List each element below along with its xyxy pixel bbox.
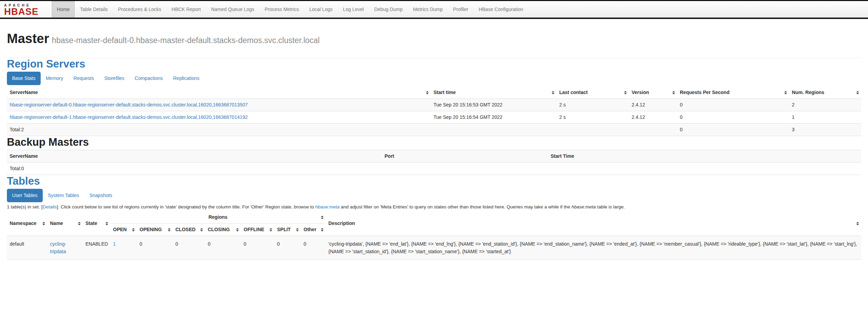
tab-user-tables[interactable]: User Tables bbox=[7, 189, 43, 202]
col-closed-label: CLOSED bbox=[175, 226, 200, 233]
col-name[interactable]: Name bbox=[47, 211, 83, 236]
tab-compactions[interactable]: Compactions bbox=[130, 72, 168, 85]
nav-link-procedures-locks[interactable]: Procedures & Locks bbox=[113, 1, 166, 18]
col-opening[interactable]: OPENING bbox=[137, 224, 173, 236]
col-namespace-label: Namespace bbox=[10, 220, 41, 227]
col-group-regions[interactable]: Regions bbox=[110, 211, 326, 224]
navbar: APACHE HBASE Home Table Details Procedur… bbox=[0, 0, 868, 19]
col-requests-per-second[interactable]: Requests Per Second bbox=[677, 86, 789, 99]
nav-item-local-logs[interactable]: Local Logs bbox=[304, 1, 338, 18]
nav-link-local-logs[interactable]: Local Logs bbox=[304, 1, 338, 18]
sort-icon[interactable] bbox=[426, 91, 429, 94]
backup-masters-header-row: ServerName Port Start Time bbox=[7, 150, 861, 163]
total-row: Total:2 0 3 bbox=[7, 124, 861, 136]
sort-icon[interactable] bbox=[784, 91, 787, 94]
cell-total-label: Total:2 bbox=[7, 124, 431, 136]
col-split[interactable]: SPLIT bbox=[274, 224, 301, 236]
regionserver-link[interactable]: hbase-regionserver-default-1.hbase-regio… bbox=[10, 114, 248, 120]
cell-split: 0 bbox=[274, 236, 301, 260]
user-tables-header-row-1: Namespace Name State Regions Description bbox=[7, 211, 861, 224]
nav-link-profiler[interactable]: Profiler bbox=[448, 1, 473, 18]
sort-icon[interactable] bbox=[269, 228, 272, 232]
tab-replications[interactable]: Replications bbox=[168, 72, 204, 85]
nav-link-hbck-report[interactable]: HBCK Report bbox=[166, 1, 206, 18]
hbase-logo[interactable]: APACHE HBASE bbox=[0, 1, 52, 18]
hbase-meta-link[interactable]: hbase:meta bbox=[315, 204, 340, 209]
details-link[interactable]: Details bbox=[43, 204, 57, 209]
nav-link-hbase-configuration[interactable]: HBase Configuration bbox=[473, 1, 528, 18]
col-other-label: Other bbox=[304, 226, 321, 233]
col-closed[interactable]: CLOSED bbox=[173, 224, 205, 236]
nav-item-hbase-configuration[interactable]: HBase Configuration bbox=[473, 1, 528, 18]
nav-item-profiler[interactable]: Profiler bbox=[448, 1, 473, 18]
nav-link-debug-dump[interactable]: Debug Dump bbox=[369, 1, 408, 18]
sort-icon[interactable] bbox=[552, 91, 554, 94]
sort-icon[interactable] bbox=[42, 222, 45, 225]
tab-requests[interactable]: Requests bbox=[68, 72, 99, 85]
col-num-regions[interactable]: Num. Regions bbox=[789, 86, 861, 99]
nav-link-named-queue-logs[interactable]: Named Queue Logs bbox=[206, 1, 259, 18]
sort-icon[interactable] bbox=[296, 228, 299, 232]
sort-icon[interactable] bbox=[168, 228, 171, 232]
nav-link-process-metrics[interactable]: Process Metrics bbox=[259, 1, 304, 18]
col-description[interactable]: Description bbox=[326, 211, 861, 236]
col-start-time-label: Start time bbox=[433, 89, 461, 96]
sort-icon[interactable] bbox=[856, 91, 859, 94]
sort-icon[interactable] bbox=[672, 91, 675, 94]
col-closing-label: CLOSING bbox=[208, 226, 235, 233]
col-offline[interactable]: OFFLINE bbox=[241, 224, 274, 236]
tab-system-tables[interactable]: System Tables bbox=[43, 189, 84, 202]
nav-item-table-details[interactable]: Table Details bbox=[75, 1, 113, 18]
master-header: Masterhbase-master-default-0.hbase-maste… bbox=[7, 31, 861, 58]
nav-link-table-details[interactable]: Table Details bbox=[75, 1, 113, 18]
table-link-cycling-tripdata[interactable]: cycling-tripdata bbox=[50, 241, 66, 254]
sort-icon[interactable] bbox=[105, 222, 108, 225]
nav-item-debug-dump[interactable]: Debug Dump bbox=[369, 1, 408, 18]
col-last-contact[interactable]: Last contact bbox=[556, 86, 629, 99]
col-version[interactable]: Version bbox=[629, 86, 677, 99]
sort-icon[interactable] bbox=[132, 228, 135, 232]
total-row: Total:0 bbox=[7, 163, 861, 175]
nav-item-procedures-locks[interactable]: Procedures & Locks bbox=[113, 1, 166, 18]
nav-link-home[interactable]: Home bbox=[52, 1, 75, 18]
nav-link-metrics-dump[interactable]: Metrics Dump bbox=[408, 1, 448, 18]
sort-icon[interactable] bbox=[321, 216, 324, 219]
col-servername[interactable]: ServerName bbox=[7, 86, 431, 99]
nav-item-metrics-dump[interactable]: Metrics Dump bbox=[408, 1, 448, 18]
master-title: Master bbox=[7, 31, 49, 46]
col-start-time[interactable]: Start time bbox=[431, 86, 556, 99]
cell-num-regions: 1 bbox=[789, 111, 861, 124]
nav-link-log-level[interactable]: Log Level bbox=[338, 1, 369, 18]
sort-icon[interactable] bbox=[200, 228, 203, 232]
cell-version: 2.4.12 bbox=[629, 111, 677, 124]
col-state[interactable]: State bbox=[83, 211, 110, 236]
col-namespace[interactable]: Namespace bbox=[7, 211, 47, 236]
nav-item-hbck-report[interactable]: HBCK Report bbox=[166, 1, 206, 18]
col-open[interactable]: OPEN bbox=[110, 224, 137, 236]
sort-icon[interactable] bbox=[624, 91, 627, 94]
col-last-contact-label: Last contact bbox=[559, 89, 592, 96]
nav-item-home[interactable]: Home bbox=[52, 1, 75, 18]
sort-icon[interactable] bbox=[856, 222, 859, 225]
cell-namespace: default bbox=[7, 236, 47, 260]
open-count-link[interactable]: 1 bbox=[113, 241, 116, 247]
cell-other: 0 bbox=[301, 236, 326, 260]
col-name-label: Name bbox=[50, 220, 68, 227]
sort-icon[interactable] bbox=[78, 222, 81, 225]
tab-storefiles[interactable]: Storefiles bbox=[99, 72, 129, 85]
nav-item-named-queue-logs[interactable]: Named Queue Logs bbox=[206, 1, 259, 18]
nav-item-log-level[interactable]: Log Level bbox=[338, 1, 369, 18]
cell-total-label: Total:0 bbox=[7, 163, 382, 175]
cell-start-time: Tue Sep 20 15:16:53 GMT 2022 bbox=[431, 99, 556, 111]
tab-snapshots[interactable]: Snapshots bbox=[84, 189, 117, 202]
col-other[interactable]: Other bbox=[301, 224, 326, 236]
sort-icon[interactable] bbox=[321, 228, 324, 232]
sort-icon[interactable] bbox=[236, 228, 239, 232]
tab-base-stats[interactable]: Base Stats bbox=[7, 72, 41, 85]
tab-memory[interactable]: Memory bbox=[41, 72, 69, 85]
page-title: Masterhbase-master-default-0.hbase-maste… bbox=[7, 31, 861, 48]
col-offline-label: OFFLINE bbox=[244, 226, 269, 233]
regionserver-link[interactable]: hbase-regionserver-default-0.hbase-regio… bbox=[10, 102, 248, 107]
nav-item-process-metrics[interactable]: Process Metrics bbox=[259, 1, 304, 18]
col-closing[interactable]: CLOSING bbox=[205, 224, 241, 236]
